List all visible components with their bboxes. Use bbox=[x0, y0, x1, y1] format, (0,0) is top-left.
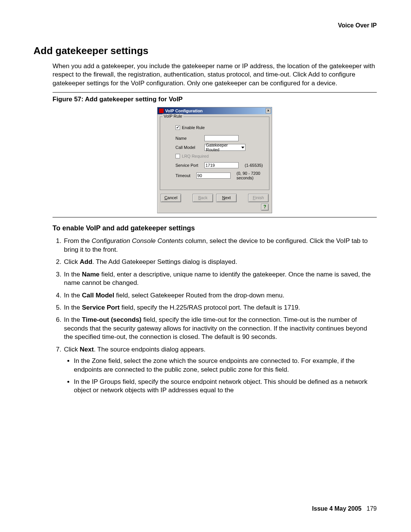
bold: Time-out (seconds) bbox=[82, 316, 141, 323]
voip-config-dialog: VoIP Configuration × VoIP Rule ✔ Enable … bbox=[157, 107, 272, 213]
next-button[interactable]: Next bbox=[216, 194, 237, 202]
intro-paragraph: When you add a gatekeeper, you include t… bbox=[53, 62, 377, 88]
close-icon[interactable]: × bbox=[266, 108, 271, 113]
finish-button: Finish bbox=[248, 194, 269, 202]
figure-caption: Figure 57: Add gatekeeper setting for Vo… bbox=[53, 96, 377, 103]
app-icon bbox=[159, 109, 164, 113]
dialog-button-row: Cancel Back Next Finish bbox=[158, 192, 272, 204]
call-model-label: Call Model bbox=[175, 145, 201, 150]
checkbox-icon[interactable]: ✔ bbox=[175, 125, 180, 130]
step-6: In the Time-out (seconds) field, specify… bbox=[63, 316, 377, 341]
timeout-input[interactable] bbox=[196, 173, 231, 179]
enable-rule-label: Enable Rule bbox=[182, 125, 205, 130]
figure-bottom-rule bbox=[53, 217, 377, 217]
voip-rule-group: VoIP Rule ✔ Enable Rule Name Call Model … bbox=[160, 117, 269, 190]
call-model-value: Gatekeeper Routed bbox=[206, 143, 241, 152]
bold: Next bbox=[80, 346, 94, 353]
figure-top-rule bbox=[53, 92, 377, 93]
bold: Add bbox=[80, 258, 92, 265]
step-5: In the Service Port field, specify the H… bbox=[63, 304, 377, 312]
enable-rule-checkbox[interactable]: ✔ Enable Rule bbox=[175, 125, 265, 130]
lrq-required-checkbox: LRQ Required bbox=[175, 154, 265, 158]
page: Voice Over IP Add gatekeeper settings Wh… bbox=[0, 0, 411, 532]
service-port-label: Service Port bbox=[175, 163, 201, 168]
chevron-down-icon bbox=[241, 147, 244, 149]
step-7-sub-2: In the IP Groups field, specify the sour… bbox=[74, 378, 377, 395]
step-1: From the Configuration Console Contents … bbox=[63, 237, 377, 254]
name-input[interactable] bbox=[204, 135, 239, 141]
checkbox-icon bbox=[175, 154, 180, 158]
bold: Call Model bbox=[82, 292, 114, 299]
footer-issue: Issue 4 May 2005 bbox=[312, 505, 362, 512]
step-4: In the Call Model field, select Gatekeep… bbox=[63, 291, 377, 300]
figure-body: VoIP Configuration × VoIP Rule ✔ Enable … bbox=[53, 107, 377, 213]
call-model-select[interactable]: Gatekeeper Routed bbox=[204, 144, 245, 151]
procedure-steps: From the Configuration Console Contents … bbox=[53, 237, 377, 395]
back-button: Back bbox=[193, 194, 213, 202]
emphasis: Configuration Console Contents bbox=[92, 237, 183, 244]
timeout-label: Timeout bbox=[175, 173, 193, 178]
page-footer: Issue 4 May 2005 179 bbox=[312, 505, 377, 512]
service-port-input[interactable] bbox=[204, 162, 239, 168]
footer-page: 179 bbox=[366, 505, 377, 512]
timeout-hint: (0, 90 - 7200 seconds) bbox=[237, 171, 265, 180]
step-7-sub-1: In the Zone field, select the zone which… bbox=[74, 357, 377, 374]
service-port-hint: (1-65535) bbox=[245, 163, 263, 168]
dialog-title: VoIP Configuration bbox=[165, 109, 203, 113]
group-label: VoIP Rule bbox=[162, 114, 183, 118]
lrq-label: LRQ Required bbox=[182, 154, 209, 158]
step-7: Click Next. The source endpoints dialog … bbox=[63, 345, 377, 395]
bold: Name bbox=[82, 271, 99, 278]
step-7-sublist: In the Zone field, select the zone which… bbox=[64, 357, 377, 395]
content: When you add a gatekeeper, you include t… bbox=[53, 62, 377, 395]
procedure-heading: To enable VoIP and add gatekeeper settin… bbox=[53, 224, 377, 232]
step-2: Click Add. The Add Gatekeeper Settings d… bbox=[63, 258, 377, 266]
dialog-titlebar: VoIP Configuration × bbox=[158, 107, 272, 114]
name-label: Name bbox=[175, 136, 201, 141]
page-title: Add gatekeeper settings bbox=[33, 45, 377, 57]
header-section: Voice Over IP bbox=[33, 22, 377, 29]
step-3: In the Name field, enter a descriptive, … bbox=[63, 270, 377, 288]
help-icon[interactable]: ? bbox=[261, 204, 269, 211]
bold: Service Port bbox=[82, 304, 119, 311]
cancel-button[interactable]: Cancel bbox=[161, 194, 181, 202]
